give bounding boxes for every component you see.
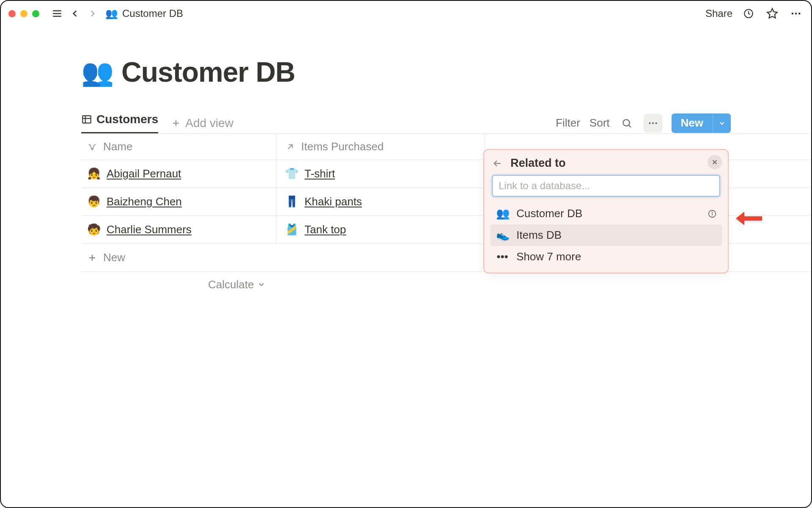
topbar-left: 👥 Customer DB [8, 6, 183, 21]
option-icon: 👥 [496, 207, 509, 220]
cell-items[interactable]: 👖Khaki pants [277, 188, 485, 215]
row-name-text: Baizheng Chen [107, 195, 182, 208]
info-icon[interactable] [708, 209, 717, 218]
filter-button[interactable]: Filter [556, 116, 580, 130]
add-view-label: Add view [185, 116, 233, 130]
views-left: Customers Add view [81, 113, 233, 133]
page-icon[interactable]: 👥 [81, 57, 114, 88]
relation-property-icon [285, 142, 295, 152]
calculate-label: Calculate [208, 278, 254, 291]
column-header-items[interactable]: Items Purchased [277, 134, 485, 160]
svg-point-13 [623, 119, 629, 126]
text-property-icon [87, 142, 97, 152]
option-icon: ••• [496, 250, 509, 263]
add-row-label: New [103, 251, 125, 264]
option-icon: 👟 [496, 229, 509, 242]
breadcrumb-icon: 👥 [105, 8, 118, 19]
popover-back-icon[interactable] [492, 158, 503, 169]
row-avatar-icon: 🧒 [87, 223, 101, 236]
search-icon[interactable] [619, 116, 634, 131]
row-name-text: Abigail Pernaut [107, 167, 181, 180]
item-emoji-icon: 👖 [285, 195, 299, 208]
more-icon[interactable] [788, 6, 804, 21]
column-name-label: Name [103, 140, 132, 153]
add-view-button[interactable]: Add view [171, 116, 233, 130]
breadcrumb-title: Customer DB [122, 8, 183, 19]
clock-icon[interactable] [741, 6, 756, 21]
star-icon[interactable] [765, 6, 780, 21]
popover-option[interactable]: 👥Customer DB [490, 203, 722, 224]
row-avatar-icon: 👧 [87, 167, 101, 180]
row-name-text: Charlie Summers [107, 223, 192, 236]
minimize-window-icon[interactable] [20, 10, 27, 17]
page-title-row: 👥 Customer DB [81, 56, 811, 88]
cell-name[interactable]: 👧Abigail Pernaut [81, 160, 277, 188]
column-items-label: Items Purchased [301, 140, 384, 153]
cell-name[interactable]: 👦Baizheng Chen [81, 188, 277, 215]
new-button[interactable]: New [672, 113, 731, 133]
views-row: Customers Add view Filter Sort New [81, 113, 811, 133]
new-button-label: New [672, 113, 713, 133]
topbar: 👥 Customer DB Share [1, 1, 811, 26]
forward-icon[interactable] [85, 6, 100, 21]
row-avatar-icon: 👦 [87, 195, 101, 208]
calculate-button[interactable]: Calculate [81, 272, 811, 297]
item-text: Khaki pants [304, 195, 362, 208]
option-label: Items DB [516, 229, 562, 242]
share-button[interactable]: Share [705, 8, 732, 19]
popover-search-wrap [492, 175, 720, 197]
hamburger-icon[interactable] [49, 6, 65, 21]
svg-point-5 [792, 13, 794, 15]
item-emoji-icon: 🎽 [285, 223, 299, 236]
tab-customers[interactable]: Customers [81, 113, 158, 133]
popover-close-icon[interactable] [708, 155, 722, 169]
page-title[interactable]: Customer DB [121, 56, 295, 88]
option-label: Customer DB [516, 207, 582, 220]
tab-label: Customers [96, 113, 158, 126]
svg-rect-8 [82, 116, 91, 123]
item-text: Tank top [304, 223, 346, 236]
item-emoji-icon: 👕 [285, 167, 299, 180]
svg-point-15 [649, 122, 650, 124]
window-controls [8, 10, 39, 17]
cell-items[interactable]: 🎽Tank top [277, 216, 485, 243]
new-button-chevron-icon[interactable] [713, 113, 731, 133]
svg-point-26 [712, 212, 712, 212]
popover-option[interactable]: 👟Items DB [490, 224, 722, 246]
cell-items[interactable]: 👕T-shirt [277, 160, 485, 188]
related-to-popover: Related to 👥Customer DB👟Items DB•••Show … [483, 149, 729, 273]
cell-name[interactable]: 🧒Charlie Summers [81, 216, 277, 243]
breadcrumb[interactable]: 👥 Customer DB [105, 8, 183, 19]
topbar-right: Share [705, 6, 804, 21]
link-database-input[interactable] [492, 175, 720, 197]
item-text: T-shirt [304, 167, 335, 180]
views-right: Filter Sort New [556, 113, 731, 133]
popover-header: Related to [488, 154, 724, 175]
svg-point-7 [798, 13, 801, 15]
popover-option[interactable]: •••Show 7 more [490, 246, 722, 268]
svg-point-6 [795, 13, 797, 15]
svg-line-14 [628, 125, 631, 127]
popover-title: Related to [510, 157, 566, 170]
back-icon[interactable] [67, 6, 82, 21]
maximize-window-icon[interactable] [32, 10, 39, 17]
svg-marker-4 [767, 8, 777, 18]
popover-option-list: 👥Customer DB👟Items DB•••Show 7 more [488, 201, 724, 269]
column-header-name[interactable]: Name [81, 134, 277, 160]
option-label: Show 7 more [516, 250, 581, 263]
sort-button[interactable]: Sort [590, 116, 610, 130]
close-window-icon[interactable] [8, 10, 16, 17]
svg-point-17 [655, 122, 657, 124]
view-options-icon[interactable] [644, 114, 662, 133]
svg-point-16 [652, 122, 653, 124]
svg-line-18 [288, 145, 292, 149]
annotation-arrow-icon [732, 209, 762, 228]
app-window: 👥 Customer DB Share 👥 Customer DB [0, 0, 812, 508]
